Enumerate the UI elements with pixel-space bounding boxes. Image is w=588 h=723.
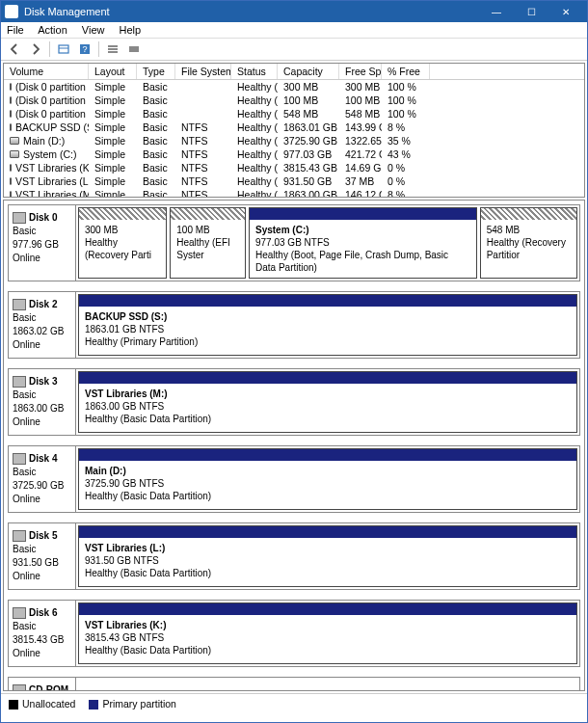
partition[interactable]: BACKUP SSD (S:)1863.01 GB NTFSHealthy (P… bbox=[78, 294, 577, 356]
disk-icon bbox=[13, 212, 26, 224]
disk-row[interactable]: Disk 5Basic931.50 GBOnlineVST Libraries … bbox=[8, 522, 580, 590]
disk-row[interactable]: Disk 6Basic3815.43 GBOnlineVST Libraries… bbox=[8, 600, 580, 667]
col-capacity[interactable]: Capacity bbox=[278, 64, 339, 79]
volume-row[interactable]: (Disk 0 partition 5)SimpleBasicHealthy (… bbox=[4, 107, 584, 120]
disk-label: Disk 6Basic3815.43 GBOnline bbox=[9, 601, 76, 666]
disk-icon bbox=[13, 299, 26, 310]
volume-list-header: Volume Layout Type File System Status Ca… bbox=[4, 64, 584, 80]
disk-label: Disk 3Basic1863.00 GBOnline bbox=[9, 369, 76, 435]
volume-row[interactable]: VST Libraries (L:)SimpleBasicNTFSHealthy… bbox=[4, 174, 584, 188]
volume-list[interactable]: Volume Layout Type File System Status Ca… bbox=[3, 63, 585, 198]
legend-unallocated-label: Unallocated bbox=[22, 698, 75, 710]
toolbar: ? bbox=[1, 39, 587, 61]
window-title: Disk Management bbox=[24, 6, 479, 17]
partition[interactable]: System (C:)977.03 GB NTFSHealthy (Boot, … bbox=[249, 207, 477, 279]
cdrom-icon bbox=[13, 684, 26, 691]
volume-row[interactable]: System (C:)SimpleBasicNTFSHealthy (B...9… bbox=[4, 147, 584, 161]
col-volume[interactable]: Volume bbox=[4, 64, 89, 79]
help-button[interactable]: ? bbox=[75, 40, 94, 58]
col-pctfree[interactable]: % Free bbox=[382, 64, 430, 79]
legend-primary-label: Primary partition bbox=[102, 698, 175, 710]
graphical-view-button[interactable] bbox=[124, 40, 144, 58]
volume-icon bbox=[10, 191, 12, 198]
close-button[interactable]: ✕ bbox=[548, 1, 583, 22]
disk-label: Disk 0Basic977.96 GBOnline bbox=[9, 205, 76, 281]
forward-button[interactable] bbox=[26, 40, 45, 58]
disk-label: Disk 4Basic3725.90 GBOnline bbox=[9, 446, 76, 512]
disk-row[interactable]: Disk 0Basic977.96 GBOnline300 MBHealthy … bbox=[8, 204, 580, 281]
maximize-button[interactable]: ☐ bbox=[514, 1, 548, 22]
disk-label: Disk 5Basic931.50 GBOnline bbox=[9, 523, 76, 589]
volume-icon bbox=[10, 83, 12, 91]
back-button[interactable] bbox=[5, 40, 24, 58]
volume-icon bbox=[10, 150, 19, 158]
volume-row[interactable]: (Disk 0 partition 1)SimpleBasicHealthy (… bbox=[4, 80, 584, 94]
volume-row[interactable]: VST Libraries (K:)SimpleBasicNTFSHealthy… bbox=[4, 161, 584, 174]
minimize-button[interactable]: — bbox=[479, 1, 514, 22]
svg-rect-0 bbox=[59, 45, 68, 53]
svg-text:?: ? bbox=[82, 44, 87, 54]
volume-icon bbox=[10, 137, 19, 145]
volume-icon bbox=[10, 110, 12, 118]
disk-row[interactable]: Disk 3Basic1863.00 GBOnlineVST Libraries… bbox=[8, 368, 580, 436]
menu-file[interactable]: File bbox=[7, 24, 24, 36]
partition[interactable]: VST Libraries (L:)931.50 GB NTFSHealthy … bbox=[78, 525, 577, 587]
volume-icon bbox=[10, 177, 12, 185]
annotation-text: the dissappearing drive also is "missing… bbox=[78, 680, 376, 691]
list-view-button[interactable] bbox=[103, 40, 122, 58]
partition[interactable]: 548 MBHealthy (Recovery Partitior bbox=[480, 207, 577, 279]
partition[interactable]: 100 MBHealthy (EFI Syster bbox=[170, 207, 246, 279]
partition[interactable]: VST Libraries (M:)1863.00 GB NTFSHealthy… bbox=[78, 371, 577, 433]
legend: Unallocated Primary partition bbox=[1, 693, 587, 713]
col-layout[interactable]: Layout bbox=[89, 64, 137, 79]
cdrom-label: CD-ROM 0 DVD (B:) No Media bbox=[9, 678, 76, 691]
legend-primary-box bbox=[89, 700, 98, 710]
volume-row[interactable]: Main (D:)SimpleBasicNTFSHealthy (B...372… bbox=[4, 134, 584, 147]
disk-icon bbox=[13, 453, 26, 465]
volume-icon bbox=[10, 164, 12, 172]
col-freespace[interactable]: Free Sp... bbox=[339, 64, 382, 79]
svg-rect-5 bbox=[108, 48, 118, 50]
graphical-view[interactable]: Disk 0Basic977.96 GBOnline300 MBHealthy … bbox=[3, 200, 585, 691]
disk-icon bbox=[13, 607, 26, 619]
partition[interactable]: Main (D:)3725.90 GB NTFSHealthy (Basic D… bbox=[78, 448, 577, 510]
disk-icon bbox=[13, 376, 26, 388]
svg-rect-7 bbox=[129, 46, 139, 52]
volume-icon bbox=[10, 96, 12, 104]
volume-icon bbox=[10, 123, 12, 131]
menu-view[interactable]: View bbox=[82, 24, 105, 36]
menu-help[interactable]: Help bbox=[120, 24, 142, 36]
view-button[interactable] bbox=[54, 40, 73, 58]
partition[interactable]: VST Libraries (K:)3815.43 GB NTFSHealthy… bbox=[78, 602, 577, 664]
svg-rect-4 bbox=[108, 45, 118, 47]
cdrom-row[interactable]: CD-ROM 0 DVD (B:) No Media the dissappea… bbox=[8, 677, 580, 691]
disk-row[interactable]: Disk 2Basic1863.02 GBOnlineBACKUP SSD (S… bbox=[8, 291, 580, 359]
titlebar: Disk Management — ☐ ✕ bbox=[1, 1, 587, 22]
svg-rect-6 bbox=[108, 51, 118, 53]
legend-unallocated-box bbox=[9, 700, 18, 710]
menu-action[interactable]: Action bbox=[38, 24, 67, 36]
volume-row[interactable]: (Disk 0 partition 2)SimpleBasicHealthy (… bbox=[4, 94, 584, 107]
disk-row[interactable]: Disk 4Basic3725.90 GBOnlineMain (D:)3725… bbox=[8, 445, 580, 513]
volume-row[interactable]: BACKUP SSD (S:)SimpleBasicNTFSHealthy (P… bbox=[4, 120, 584, 134]
col-filesystem[interactable]: File System bbox=[175, 64, 231, 79]
disk-label: Disk 2Basic1863.02 GBOnline bbox=[9, 292, 76, 358]
disk-icon bbox=[13, 530, 26, 542]
col-type[interactable]: Type bbox=[137, 64, 175, 79]
col-status[interactable]: Status bbox=[231, 64, 278, 79]
menubar: File Action View Help bbox=[1, 22, 587, 39]
partition[interactable]: 300 MBHealthy (Recovery Parti bbox=[78, 207, 167, 279]
volume-row[interactable]: VST Libraries (M:)SimpleBasicNTFSHealthy… bbox=[4, 188, 584, 198]
app-icon bbox=[5, 5, 18, 18]
